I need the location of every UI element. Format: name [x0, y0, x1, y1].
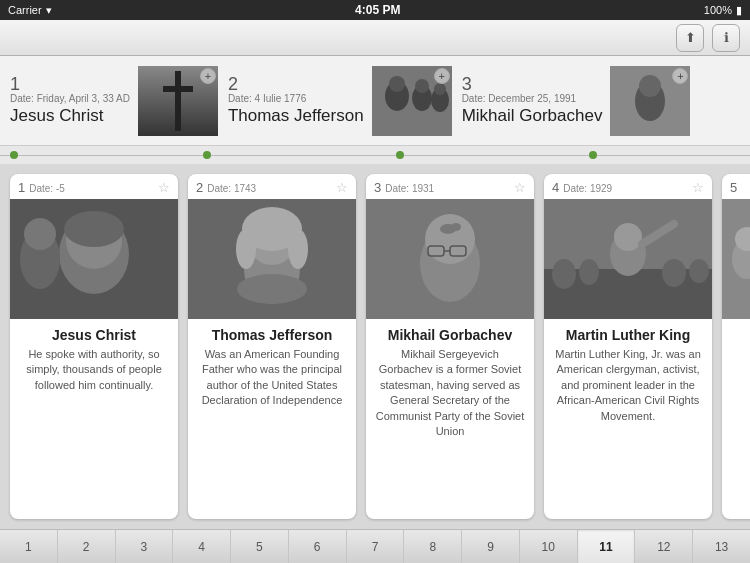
card-4[interactable]: 4 Date: 1929 ☆ Martin — [544, 174, 712, 519]
status-left: Carrier ▾ — [8, 4, 52, 17]
card-body-2: Thomas Jefferson Was an American Foundin… — [188, 319, 356, 519]
timeline-item-2[interactable]: 2 Date: 4 Iulie 1776 Thomas Jefferson + — [228, 64, 452, 137]
svg-rect-0 — [175, 71, 181, 131]
card-num-3: 3 — [374, 180, 381, 195]
card-star-2[interactable]: ☆ — [336, 180, 348, 195]
timeline-add-btn-1[interactable]: + — [200, 68, 216, 84]
card-name-4: Martin Luther King — [552, 327, 704, 343]
status-bar: Carrier ▾ 4:05 PM 100% ▮ — [0, 0, 750, 20]
tab-item-4[interactable]: 4 — [173, 530, 231, 563]
svg-rect-1 — [163, 86, 193, 92]
tab-item-13[interactable]: 13 — [693, 530, 750, 563]
timeline-line — [0, 155, 750, 156]
timeline-number-3: 3 — [462, 75, 603, 93]
timeline-text-1: 1 Date: Friday, April 3, 33 AD Jesus Chr… — [10, 75, 130, 126]
timeline-item-1[interactable]: 1 Date: Friday, April 3, 33 AD Jesus Chr… — [10, 64, 218, 137]
svg-point-22 — [236, 229, 256, 269]
tab-item-5[interactable]: 5 — [231, 530, 289, 563]
tab-item-1[interactable]: 1 — [0, 530, 58, 563]
card-header-2: 2 Date: 1743 ☆ — [188, 174, 356, 199]
card-num-5: 5 — [730, 180, 737, 195]
tab-item-11[interactable]: 11 — [578, 530, 636, 563]
timeline-dot-2 — [203, 151, 211, 159]
card-num-4: 4 — [552, 180, 559, 195]
card-date-1: Date: -5 — [29, 183, 65, 194]
card-date-4: Date: 1929 — [563, 183, 612, 194]
timeline-name-1: Jesus Christ — [10, 106, 130, 126]
battery-label: 100% — [704, 4, 732, 16]
battery-icon: ▮ — [736, 4, 742, 17]
card-3[interactable]: 3 Date: 1931 ☆ Mikhail Gorbachev Mikhail… — [366, 174, 534, 519]
tab-item-8[interactable]: 8 — [404, 530, 462, 563]
card-desc-4: Martin Luther King, Jr. was an American … — [552, 347, 704, 424]
timeline-item-3[interactable]: 3 Date: December 25, 1991 Mikhail Gorbac… — [462, 64, 691, 137]
card-desc-1: He spoke with authority, so simply, thou… — [18, 347, 170, 393]
card-1[interactable]: 1 Date: -5 ☆ Jesus Christ He spoke with … — [10, 174, 178, 519]
card-num-date-1: 1 Date: -5 — [18, 180, 65, 195]
svg-point-36 — [614, 223, 642, 251]
card-num-1: 1 — [18, 180, 25, 195]
tab-item-6[interactable]: 6 — [289, 530, 347, 563]
timeline-thumb-container-2: + — [372, 66, 452, 136]
svg-point-41 — [689, 259, 709, 283]
timeline-dot-1 — [10, 151, 18, 159]
svg-point-40 — [662, 259, 686, 287]
card-image-5 — [722, 199, 750, 319]
timeline-name-3: Mikhail Gorbachev — [462, 106, 603, 126]
svg-point-15 — [64, 211, 124, 247]
timeline-dot-4 — [589, 151, 597, 159]
tab-bar: 12345678910111213 — [0, 529, 750, 563]
cards-area: 1 Date: -5 ☆ Jesus Christ He spoke with … — [0, 164, 750, 529]
timeline-add-btn-3[interactable]: + — [672, 68, 688, 84]
svg-point-4 — [389, 76, 405, 92]
card-2[interactable]: 2 Date: 1743 ☆ Thomas Jefferson Was an A… — [188, 174, 356, 519]
info-button[interactable]: ℹ — [712, 24, 740, 52]
svg-point-11 — [639, 75, 661, 97]
status-right: 100% ▮ — [704, 4, 742, 17]
timeline-date-1: Date: Friday, April 3, 33 AD — [10, 93, 130, 104]
timeline-name-2: Thomas Jefferson — [228, 106, 364, 126]
timeline-thumb-container-1: + — [138, 66, 218, 136]
timeline-number-2: 2 — [228, 75, 364, 93]
card-name-2: Thomas Jefferson — [196, 327, 348, 343]
card-desc-2: Was an American Founding Father who was … — [196, 347, 348, 409]
timeline-date-3: Date: December 25, 1991 — [462, 93, 603, 104]
svg-point-6 — [415, 79, 429, 93]
timeline-number-1: 1 — [10, 75, 130, 93]
tab-item-3[interactable]: 3 — [116, 530, 174, 563]
card-image-4 — [544, 199, 712, 319]
tab-item-2[interactable]: 2 — [58, 530, 116, 563]
card-name-3: Mikhail Gorbachev — [374, 327, 526, 343]
share-button[interactable]: ⬆ — [676, 24, 704, 52]
card-star-4[interactable]: ☆ — [692, 180, 704, 195]
card-star-1[interactable]: ☆ — [158, 180, 170, 195]
card-header-1: 1 Date: -5 ☆ — [10, 174, 178, 199]
card-num-2: 2 — [196, 180, 203, 195]
card-star-3[interactable]: ☆ — [514, 180, 526, 195]
card-date-3: Date: 1931 — [385, 183, 434, 194]
timeline-dot-3 — [396, 151, 404, 159]
card-5[interactable]: 5 — [722, 174, 750, 519]
svg-point-39 — [579, 259, 599, 285]
timeline-dots — [0, 146, 750, 164]
timeline-add-btn-2[interactable]: + — [434, 68, 450, 84]
card-header-3: 3 Date: 1931 ☆ — [366, 174, 534, 199]
tab-item-9[interactable]: 9 — [462, 530, 520, 563]
svg-point-32 — [451, 223, 461, 231]
card-image-3 — [366, 199, 534, 319]
card-body-3: Mikhail Gorbachev Mikhail Sergeyevich Go… — [366, 319, 534, 519]
card-name-1: Jesus Christ — [18, 327, 170, 343]
toolbar: ⬆ ℹ — [0, 20, 750, 56]
tab-item-12[interactable]: 12 — [635, 530, 693, 563]
status-time: 4:05 PM — [355, 3, 400, 17]
card-header-5: 5 — [722, 174, 750, 199]
tab-item-10[interactable]: 10 — [520, 530, 578, 563]
tab-item-7[interactable]: 7 — [347, 530, 405, 563]
card-date-2: Date: 1743 — [207, 183, 256, 194]
svg-point-23 — [288, 229, 308, 269]
card-image-1 — [10, 199, 178, 319]
svg-point-17 — [24, 218, 56, 250]
card-num-date-2: 2 Date: 1743 — [196, 180, 256, 195]
timeline-text-3: 3 Date: December 25, 1991 Mikhail Gorbac… — [462, 75, 603, 126]
wifi-icon: ▾ — [46, 4, 52, 17]
